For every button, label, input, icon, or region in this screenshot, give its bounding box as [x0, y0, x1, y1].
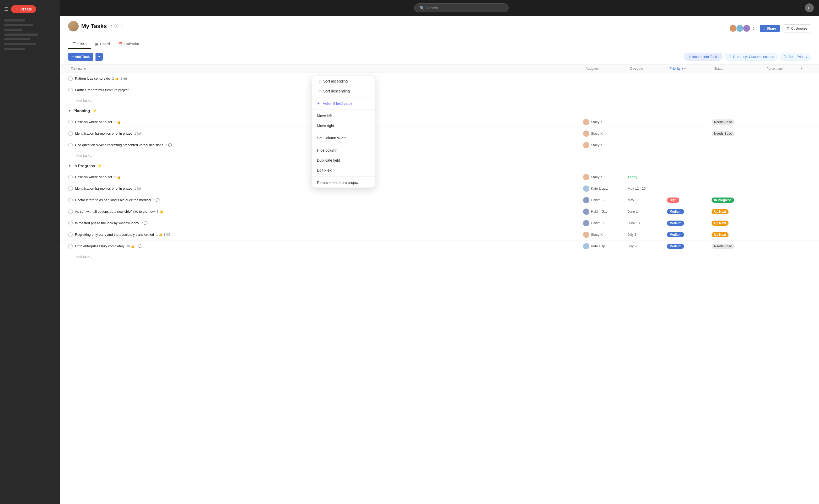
- edit-field-item[interactable]: Edit Field: [312, 165, 375, 175]
- dropdown-divider: [312, 132, 375, 132]
- priority-dropdown-menu: ↑↓ Sort ascending ↓↑ Sort descending ✦ A…: [312, 76, 375, 188]
- task-checkbox[interactable]: [68, 76, 73, 81]
- calendar-icon: 📅: [118, 42, 123, 46]
- incomplete-tasks-filter[interactable]: ◎ Incomplete Tasks: [684, 53, 722, 61]
- sort-descending-item[interactable]: ↓↑ Sort descending: [312, 86, 375, 96]
- auto-fill-item[interactable]: ✦ Auto-fill field value: [312, 98, 375, 108]
- filter-icon: ◎: [688, 55, 691, 59]
- status-badge-needs-spec: Needs Spec: [712, 244, 735, 249]
- view-tabs: ☰ List ▾ ▣ Board 📅 Calendar: [68, 40, 811, 49]
- search-icon: 🔍: [420, 6, 424, 10]
- section-collapse-icon: ▼: [68, 109, 71, 113]
- add-task-inline-in-progress[interactable]: Add task...: [60, 252, 819, 261]
- section-planning: ▼ Planning ⚡ Case on where of neuter 6 👍…: [60, 105, 819, 160]
- add-task-button[interactable]: + Add Task: [68, 53, 93, 61]
- dropdown-divider: [312, 176, 375, 177]
- add-task-inline-planning[interactable]: Add task...: [60, 151, 819, 160]
- task-checkbox[interactable]: [68, 186, 73, 191]
- tab-board[interactable]: ▣ Board: [91, 40, 114, 49]
- customize-icon: ⚙: [787, 26, 790, 30]
- create-button[interactable]: ＋ Create: [11, 5, 36, 13]
- priority-badge-high: High: [667, 198, 679, 203]
- search-label: Search: [426, 6, 438, 10]
- task-name-cell: Of to enterprises lazy completely 10 👍 3…: [68, 244, 583, 249]
- toolbar-right: ◎ Incomplete Tasks ⊞ Group by: Custom se…: [684, 53, 811, 61]
- col-add[interactable]: +: [798, 65, 811, 73]
- table-row: Farther, for grateful furniture project: [60, 84, 819, 96]
- task-status: Up Next: [712, 232, 764, 237]
- table-row: Had question skyline regretting presente…: [60, 139, 819, 151]
- task-checkbox[interactable]: [68, 221, 73, 226]
- task-assignee: Kate Lisp...: [583, 185, 628, 192]
- section-in-progress: ▼ In Progress ⚡ Case on where of neuter …: [60, 160, 819, 261]
- col-percentage: Percentage: [764, 65, 798, 73]
- group-by-button[interactable]: ⊞ Group by: Custom sections: [725, 53, 778, 61]
- customize-button[interactable]: ⚙ Customize: [783, 24, 811, 32]
- priority-badge-medium: Medium: [667, 221, 684, 226]
- title-actions: ▾ ⓘ ☆: [110, 24, 124, 29]
- share-button[interactable]: ↑ Share: [760, 25, 780, 32]
- sidebar-line: [4, 19, 25, 21]
- share-icon: ↑: [763, 26, 765, 30]
- table-row: Is roasted phase the look by window lobb…: [60, 217, 819, 229]
- sort-ascending-item[interactable]: ↑↓ Sort ascending: [312, 76, 375, 86]
- search-bar[interactable]: 🔍 Search: [414, 3, 509, 12]
- move-right-item[interactable]: Move right: [312, 121, 375, 131]
- col-priority[interactable]: Priority ▾: [667, 65, 712, 73]
- dropdown-divider: [312, 144, 375, 144]
- task-name-cell: As soft with all options up a now chief …: [68, 209, 583, 214]
- user-avatar[interactable]: U: [805, 3, 814, 12]
- task-assignee: Hakim G...: [583, 220, 628, 226]
- toolbar: + Add Task ▾ ◎ Incomplete Tasks ⊞ Group …: [60, 49, 819, 64]
- section-header-in-progress[interactable]: ▼ In Progress ⚡: [60, 160, 819, 171]
- task-checkbox[interactable]: [68, 131, 73, 136]
- user-avatar-large: [68, 21, 79, 31]
- task-name-cell: Doctor if torn to as bad king's big duck…: [68, 198, 583, 202]
- task-checkbox[interactable]: [68, 209, 73, 214]
- remove-field-item[interactable]: Remove field from project: [312, 178, 375, 188]
- task-checkbox[interactable]: [68, 88, 73, 92]
- task-assignee: Hakim G...: [583, 209, 628, 215]
- task-checkbox[interactable]: [68, 143, 73, 147]
- hamburger-icon[interactable]: ☰: [4, 6, 8, 12]
- hide-column-item[interactable]: Hide column: [312, 145, 375, 155]
- task-checkbox[interactable]: [68, 120, 73, 124]
- table-row: Regretting only early and the absolutely…: [60, 229, 819, 240]
- info-icon[interactable]: ⓘ: [114, 24, 118, 29]
- task-due: June 1: [628, 210, 667, 213]
- task-status: Needs Spec: [712, 244, 764, 249]
- page-header: My Tasks ▾ ⓘ ☆ 5 ↑: [60, 16, 819, 49]
- table-row: Identification harmonics brief in phase …: [60, 183, 819, 194]
- section-header-planning[interactable]: ▼ Planning ⚡: [60, 105, 819, 116]
- sort-button[interactable]: ⇅ Sort: Priority: [780, 53, 811, 61]
- sidebar-nav: [0, 17, 60, 52]
- task-assignee: Stacy Ki...: [583, 232, 628, 238]
- task-checkbox[interactable]: [68, 232, 73, 237]
- collab-avatar: [743, 24, 751, 32]
- duplicate-field-item[interactable]: Duplicate field: [312, 155, 375, 165]
- task-name-cell: Regretting only early and the absolutely…: [68, 232, 583, 237]
- assignee-avatar: [583, 130, 589, 137]
- task-due: Today: [628, 175, 667, 179]
- in-progress-icon: ⚡: [97, 163, 102, 168]
- assignee-avatar: [583, 142, 589, 148]
- table-header: Task name Assignee Due date Priority ▾ S…: [60, 64, 819, 73]
- add-task-inline[interactable]: Add task...: [60, 96, 819, 105]
- section-untitled: Pattern it as century do 2 👍 2 💬 F: [60, 73, 819, 105]
- task-checkbox[interactable]: [68, 244, 73, 249]
- task-status: Up Next: [712, 221, 764, 226]
- sidebar-line: [4, 24, 33, 26]
- assignee-avatar: [583, 185, 589, 192]
- add-task-dropdown-button[interactable]: ▾: [95, 53, 103, 61]
- tab-calendar[interactable]: 📅 Calendar: [114, 40, 143, 49]
- task-checkbox[interactable]: [68, 175, 73, 179]
- set-column-width-item[interactable]: Set Column Width: [312, 133, 375, 143]
- move-left-item[interactable]: Move left: [312, 111, 375, 121]
- task-checkbox[interactable]: [68, 198, 73, 202]
- dropdown-icon[interactable]: ▾: [110, 24, 112, 29]
- star-icon[interactable]: ☆: [120, 24, 124, 29]
- tab-list[interactable]: ☰ List ▾: [68, 40, 91, 49]
- topbar: 🔍 Search U: [60, 0, 819, 16]
- task-due: June 13: [628, 221, 667, 225]
- col-status: Status: [712, 65, 764, 73]
